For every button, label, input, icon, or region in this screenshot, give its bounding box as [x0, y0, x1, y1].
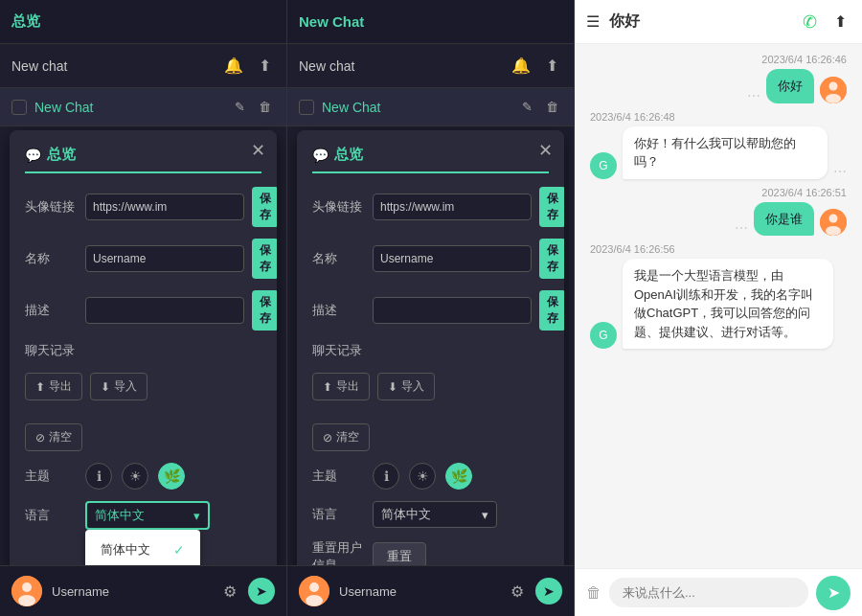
- msg-1-bubble: 你好: [766, 69, 814, 103]
- panel1-settings-icon[interactable]: ⚙: [219, 581, 240, 603]
- panel2-settings-icon[interactable]: ⚙: [507, 581, 528, 603]
- panel2-chat-list-item[interactable]: New Chat ✎ 🗑: [287, 88, 574, 126]
- panel2-modal-section-title: 💬 总览: [312, 146, 549, 173]
- panel2-new-chat-tab: New Chat: [299, 13, 364, 30]
- panel2-username: Username: [339, 584, 497, 599]
- panel1-alert-icon[interactable]: 🔔: [220, 55, 247, 77]
- msg-4-time: 2023/6/4 16:26:56: [590, 243, 675, 255]
- panel2-reset-label: 重置用户信息: [312, 539, 365, 565]
- panel2-avatar-row: 头像链接 保存: [312, 187, 549, 227]
- msg-2-bubble: 你好！有什么我可以帮助您的吗？: [623, 126, 828, 179]
- panel2-alert-icon[interactable]: 🔔: [508, 55, 534, 77]
- panel2-avatar-save-btn[interactable]: 保存: [539, 187, 564, 227]
- theme-light-icon[interactable]: ☀: [122, 463, 148, 490]
- panel2-name-save-btn[interactable]: 保存: [539, 239, 564, 279]
- edit-chat-icon[interactable]: ✎: [231, 98, 249, 116]
- msg-2-gpt-avatar: G: [590, 152, 617, 179]
- panel2-avatar-input[interactable]: [373, 194, 532, 220]
- lang-label: 语言: [25, 507, 78, 524]
- hamburger-icon[interactable]: ☰: [586, 12, 600, 31]
- lang-dropdown: 简体中文 ✓ 繁體中文 English: [85, 530, 200, 565]
- avatar-row: 头像链接 保存: [25, 187, 261, 227]
- panel2-reset-row: 重置用户信息 重置: [312, 539, 549, 565]
- panel2-name-input[interactable]: [373, 245, 532, 272]
- delete-conversation-icon[interactable]: 🗑: [586, 584, 601, 602]
- delete-chat-icon[interactable]: 🗑: [255, 98, 275, 116]
- whatsapp-icon[interactable]: ✆: [799, 10, 821, 34]
- chat-messages: 2023/6/4 16:26:46 ⋯ 你好 2023/6/4 16:26:48…: [575, 44, 862, 568]
- message-3: 2023/6/4 16:26:51 ⋯ 你是谁: [590, 187, 847, 237]
- modal-section-title: 💬 总览: [25, 146, 261, 173]
- name-save-btn[interactable]: 保存: [252, 239, 277, 279]
- theme-green-icon[interactable]: 🌿: [158, 463, 185, 490]
- panel2-desc-row: 描述 保存: [312, 290, 549, 331]
- msg-2-options[interactable]: ⋯: [833, 164, 847, 179]
- panel2-desc-save-btn[interactable]: 保存: [539, 290, 564, 331]
- desc-save-btn[interactable]: 保存: [252, 290, 277, 331]
- import-btn[interactable]: ⬇ 导入: [90, 373, 147, 400]
- panel2-bottom-bar: Username ⚙ ➤: [287, 565, 574, 616]
- panel2-edit-chat-icon[interactable]: ✎: [518, 98, 536, 116]
- chat-header: ☰ 你好 ✆ ⬆: [575, 0, 862, 44]
- panel2-chat-checkbox[interactable]: [299, 100, 314, 115]
- name-label: 名称: [25, 250, 78, 267]
- panel2-clear-btn[interactable]: ⊘ 清空: [312, 423, 370, 451]
- msg-1-options[interactable]: ⋯: [747, 88, 760, 103]
- panel2-theme-green-icon[interactable]: 🌿: [445, 463, 472, 490]
- chat-input[interactable]: [609, 578, 808, 607]
- lang-select-wrapper: 简体中文 ▾ 简体中文 ✓ 繁體中文 English: [85, 501, 210, 530]
- panel2-send-icon[interactable]: ➤: [535, 578, 562, 605]
- panel2-desc-input[interactable]: [373, 297, 532, 324]
- panel2-lang-select[interactable]: 简体中文 ▾: [373, 501, 497, 528]
- msg-3-avatar: [820, 209, 847, 236]
- chat-header-title: 你好: [609, 11, 789, 32]
- name-input[interactable]: [85, 245, 244, 272]
- avatar-save-btn[interactable]: 保存: [252, 187, 277, 227]
- panel-with-modal: New Chat New chat 🔔 ⬆ New Chat ✎ 🗑 ✕ 💬 总…: [287, 0, 575, 616]
- export-btn[interactable]: ⬆ 导出: [25, 373, 82, 400]
- panel1-username: Username: [52, 584, 210, 599]
- svg-point-5: [306, 595, 323, 606]
- msg-3-options[interactable]: ⋯: [735, 220, 748, 236]
- svg-point-7: [829, 81, 838, 90]
- panel2-chat-item-label: New Chat: [322, 100, 518, 115]
- panel2-delete-chat-icon[interactable]: 🗑: [542, 98, 562, 116]
- send-button[interactable]: ➤: [816, 576, 851, 610]
- panel2-theme-light-icon[interactable]: ☀: [409, 463, 436, 490]
- clear-btn[interactable]: ⊘ 清空: [25, 423, 82, 451]
- panel1-title: New chat: [11, 58, 67, 74]
- msg-4-gpt-avatar: G: [590, 322, 617, 349]
- svg-point-8: [826, 94, 841, 103]
- chat-checkbox[interactable]: [11, 100, 27, 115]
- msg-3-time: 2023/6/4 16:26:51: [761, 187, 847, 198]
- settings-modal-panel2: ✕ 💬 总览 头像链接 保存 名称 保存 描述 保存: [297, 130, 564, 565]
- desc-row: 描述 保存: [25, 290, 261, 331]
- theme-dark-icon[interactable]: ℹ: [85, 463, 112, 490]
- panel2-theme-label: 主题: [312, 468, 365, 485]
- panel2-reset-btn[interactable]: 重置: [373, 542, 426, 565]
- panel2-export-btn[interactable]: ⬆ 导出: [312, 373, 370, 400]
- panel2-import-btn[interactable]: ⬇ 导入: [377, 373, 435, 400]
- modal-close-btn[interactable]: ✕: [251, 140, 265, 161]
- history-label: 聊天记录: [25, 342, 78, 359]
- svg-point-10: [829, 215, 838, 223]
- svg-point-1: [22, 582, 32, 592]
- chat-list-item[interactable]: New Chat ✎ 🗑: [0, 88, 286, 126]
- theme-row: 主题 ℹ ☀ 🌿: [25, 463, 261, 490]
- desc-label: 描述: [25, 302, 78, 319]
- panel-chat-list: 总览 New chat 🔔 ⬆ New Chat ✎ 🗑 ✕ 💬 总览 头像链接: [0, 0, 287, 616]
- chat-export-icon[interactable]: ⬆: [830, 11, 851, 33]
- lang-option-simplified[interactable]: 简体中文 ✓: [85, 534, 200, 565]
- msg-3-bubble: 你是谁: [754, 202, 814, 237]
- panel2-modal-close-btn[interactable]: ✕: [538, 140, 553, 161]
- avatar-input[interactable]: [85, 194, 244, 220]
- desc-input[interactable]: [85, 297, 244, 324]
- chat-item-label: New Chat: [34, 100, 231, 115]
- panel1-export-icon[interactable]: ⬆: [255, 55, 275, 77]
- panel2-theme-dark-icon[interactable]: ℹ: [373, 463, 399, 490]
- panel2-theme-row: 主题 ℹ ☀ 🌿: [312, 463, 549, 490]
- lang-select-display[interactable]: 简体中文 ▾: [85, 501, 210, 530]
- msg-2-time: 2023/6/4 16:26:48: [590, 111, 675, 123]
- panel2-export-icon[interactable]: ⬆: [542, 55, 562, 77]
- panel1-send-icon[interactable]: ➤: [248, 578, 275, 605]
